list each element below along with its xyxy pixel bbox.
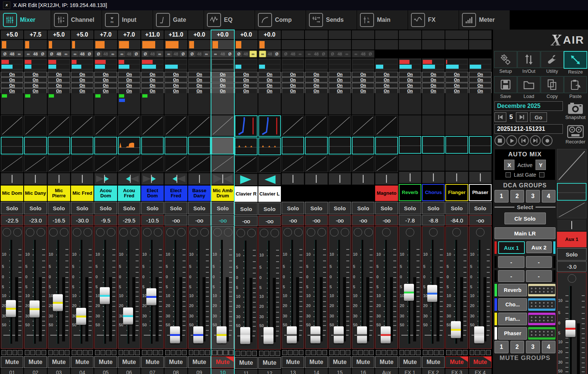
gain-value[interactable] [445,30,468,39]
on-button[interactable]: On [399,72,421,77]
mute-button[interactable]: Mute [211,356,234,368]
pan-knob[interactable] [224,228,232,237]
bus-gate-display[interactable] [557,149,587,182]
fader-value[interactable]: -oo [164,215,187,225]
tab-comp[interactable]: Comp [255,10,306,30]
fader-value[interactable]: -oo [188,215,211,225]
on-button[interactable]: On [188,83,211,88]
comp-display[interactable] [329,155,351,172]
channel-name[interactable]: Phaser [469,184,492,201]
fader-track[interactable] [80,240,82,344]
on-button[interactable]: On [469,77,492,82]
phase-invert-icon[interactable]: Ø [39,51,46,57]
comp-display[interactable] [71,155,94,172]
on-button[interactable]: On [375,88,398,94]
on-button[interactable]: On [94,88,117,94]
channel-name[interactable]: Aux 1 [557,232,587,247]
fader-value[interactable]: -10.5 [141,215,164,225]
channel-name[interactable]: Acou Fred [118,186,140,201]
comp-display[interactable] [188,155,211,172]
gain-value[interactable]: +5.0 [71,30,94,39]
channel-name[interactable]: Clavier R [235,186,257,202]
on-button[interactable]: On [422,83,445,88]
stereo-link-icon[interactable]: ∞ [25,51,31,57]
fader-value[interactable]: -oo [469,215,492,225]
fader-track[interactable] [57,240,59,344]
on-button[interactable]: On [1,72,23,77]
solo-button[interactable]: Solo [399,202,421,214]
pan-knob[interactable] [166,228,175,237]
phase-invert-icon[interactable]: Ø [227,51,233,57]
on-button[interactable]: On [282,83,304,88]
main-lr-button[interactable]: Main LR [494,227,555,239]
pan-knob[interactable] [60,228,68,237]
phase-invert-icon[interactable]: Ø [86,51,93,57]
record-button[interactable] [542,135,553,146]
fader-handle[interactable] [404,284,414,301]
phase-invert-icon[interactable]: Ø [48,51,55,57]
fader-handle[interactable] [217,326,227,343]
clear-solo-button[interactable]: Clr Solo [504,212,546,224]
fader-value[interactable]: -16.5 [48,215,70,225]
on-button[interactable]: On [188,77,211,82]
solo-button[interactable]: Solo [188,202,211,214]
pan-knob[interactable] [307,228,315,237]
phase-invert-icon[interactable]: Ø [367,51,374,57]
fader-value[interactable]: -22.5 [1,215,23,225]
fader-handle[interactable] [30,300,40,317]
on-button[interactable]: On [164,88,187,94]
mute-button[interactable]: Mute [118,356,140,368]
comp-display[interactable] [24,155,47,172]
on-button[interactable]: On [71,88,94,94]
gate-display[interactable] [352,115,374,136]
on-button[interactable]: On [282,88,304,94]
dca-group-4[interactable]: 4 [542,190,556,203]
solo-button[interactable]: Solo [94,202,117,214]
pan-display[interactable] [557,219,587,231]
pan-knob[interactable] [3,228,11,237]
on-button[interactable]: On [141,72,164,77]
gain-value[interactable]: +5.0 [48,30,70,39]
eq-display[interactable] [164,137,187,154]
fader-value[interactable]: -oo [211,215,234,225]
on-button[interactable]: On [352,77,374,82]
mute-button[interactable]: Mute [282,356,304,368]
mute-button[interactable]: Mute [48,356,70,368]
phantom-48v-icon[interactable]: 48 [55,51,62,57]
phantom-48v-icon[interactable]: 48 [102,51,109,57]
fader-value[interactable]: -oo [352,215,374,225]
pan-knob[interactable] [260,229,268,237]
phantom-48v-icon[interactable]: 48 [289,51,296,57]
gain-value[interactable]: +0.0 [188,30,211,39]
channel-name[interactable]: Elect Fred [164,186,187,201]
on-button[interactable]: On [71,83,94,88]
gain-value[interactable]: +0.0 [235,30,257,39]
eq-display[interactable] [258,137,281,155]
channel-name[interactable]: Reverb [399,184,421,201]
gain-value[interactable]: +5.0 [1,30,23,39]
stereo-link-icon[interactable]: ∞ [344,51,350,57]
eq-display[interactable] [235,137,257,155]
stereo-link-icon[interactable]: ∞ [72,51,78,57]
pan-display[interactable] [469,171,492,183]
mute-button[interactable]: Mute [71,356,94,368]
phantom-48v-icon[interactable]: 48 [336,51,343,57]
comp-display[interactable] [258,156,281,173]
on-button[interactable]: On [118,88,140,94]
on-button[interactable]: On [24,72,47,77]
channel-name[interactable]: Mic Fred [71,186,94,201]
fader-value[interactable]: -3.0 [557,261,587,272]
channel-name[interactable]: Mic Dom [1,186,23,201]
pan-knob[interactable] [330,228,339,237]
eq-display[interactable] [1,137,23,154]
pan-knob[interactable] [26,228,34,237]
gate-display[interactable] [329,115,351,136]
pan-display[interactable] [211,173,234,185]
comp-display[interactable] [282,155,304,172]
comp-display[interactable] [94,155,117,172]
on-button[interactable]: On [258,83,281,88]
pan-knob[interactable] [271,229,279,237]
on-button[interactable]: On [422,77,445,82]
fader-handle[interactable] [170,326,180,343]
on-button[interactable]: On [282,72,304,77]
